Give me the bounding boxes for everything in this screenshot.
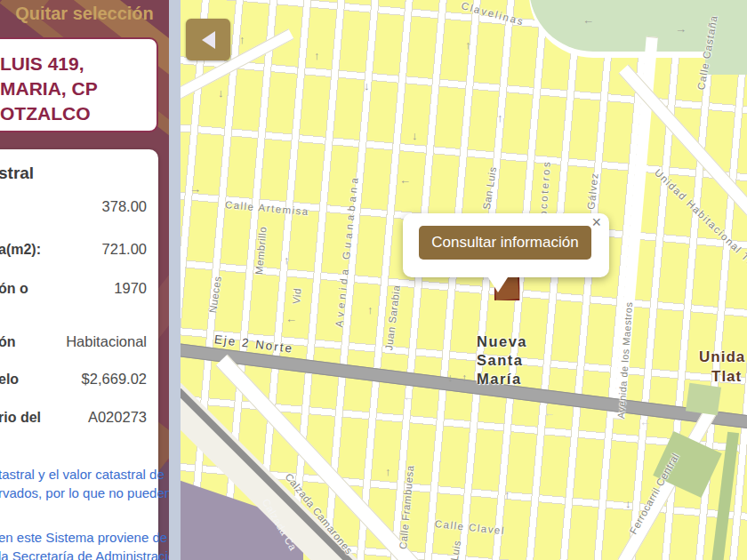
neighborhood-label-nueva-santa-maria: Nueva Santa María [477, 332, 527, 388]
address-line: LUIS 419, [0, 52, 148, 76]
clear-selection-button[interactable]: Quitar selección [0, 4, 169, 24]
neighborhood-label-unidad-tlatilco: Unida Tlat [699, 348, 745, 387]
map-zone-green-small [686, 383, 721, 416]
one-way-arrow-icon: ↑ [504, 489, 510, 500]
close-icon[interactable]: × [591, 214, 601, 230]
one-way-arrow-icon: ↑ [367, 304, 374, 316]
street-label: Vid [291, 288, 303, 305]
one-way-arrow-icon: ↑ [465, 39, 471, 51]
one-way-arrow-icon: ↓ [364, 80, 370, 92]
popup-tail [488, 277, 508, 292]
one-way-arrow-icon: ↓ [447, 372, 454, 383]
info-row: ón o1970 [0, 280, 147, 297]
one-way-arrow-icon: ↑ [497, 112, 503, 124]
one-way-arrow-icon: ↑ [314, 50, 320, 61]
one-way-arrow-icon: ↑ [385, 466, 391, 477]
consult-info-button[interactable]: Consultar información [419, 226, 591, 260]
one-way-arrow-icon: ← [403, 391, 414, 403]
info-row: ónHabitacional [0, 333, 147, 350]
info-row: elo$2,669.02 [0, 371, 147, 388]
info-row: 378.00 [0, 198, 147, 215]
one-way-arrow-icon: ↓ [625, 498, 631, 509]
cadastral-info-panel: stral 378.00 a(m2):721.00 ón o1970 ónHab… [0, 149, 158, 560]
one-way-arrow-icon: ← [582, 14, 594, 26]
one-way-arrow-icon: ↑ [239, 34, 245, 45]
source-note: en este Sistema proviene de dos la Secre… [0, 528, 151, 560]
one-way-arrow-icon: → [189, 183, 201, 195]
address-line: OTZALCO [0, 101, 148, 126]
info-row: a(m2):721.00 [0, 241, 147, 258]
one-way-arrow-icon: ↓ [218, 87, 224, 99]
one-way-arrow-icon: ↑ [284, 254, 290, 266]
one-way-arrow-icon: ← [399, 174, 411, 186]
one-way-arrow-icon: ← [543, 407, 555, 419]
panel-scrollbar[interactable] [169, 0, 181, 560]
panel-heading: stral [0, 164, 34, 183]
app-window: ↑↑↑↓↓→←↓↑↓↑←↑→←↓↑←←←↑↑↓ Clavelinas Calle… [0, 0, 747, 560]
map-canvas[interactable]: ↑↑↑↓↓→←↓↑↓↑←↑→←↓↑←←←↑↑↓ Clavelinas Calle… [181, 0, 747, 560]
left-arrow-icon [202, 31, 215, 49]
one-way-arrow-icon: ↑ [462, 372, 468, 383]
collapse-sidebar-button[interactable] [186, 19, 230, 60]
address-line: MARIA, CP [0, 76, 148, 101]
one-way-arrow-icon: ← [639, 416, 651, 428]
address-card: LUIS 419, MARIA, CP OTZALCO [0, 37, 158, 132]
legal-note: tastral y el valor catastral de rvados, … [0, 465, 151, 502]
one-way-arrow-icon: ← [285, 313, 297, 324]
map-popup: × Consultar información [403, 213, 609, 277]
info-row: rio delA020273 [0, 409, 147, 426]
one-way-arrow-icon: → [675, 23, 687, 35]
sidebar-overlay: Quitar selección LUIS 419, MARIA, CP OTZ… [0, 0, 169, 560]
one-way-arrow-icon: ↓ [412, 130, 418, 141]
